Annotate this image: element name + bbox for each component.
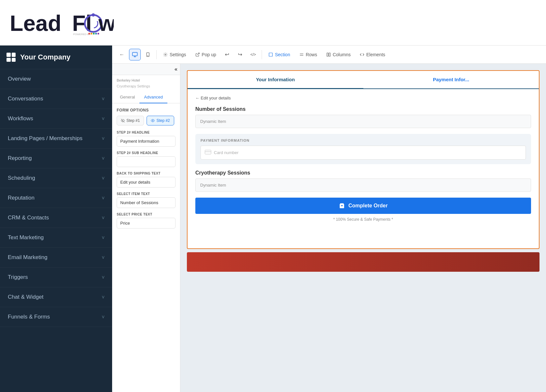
svg-point-15: [165, 54, 166, 55]
back-link[interactable]: ← Edit your details: [195, 96, 531, 100]
svg-point-21: [152, 120, 153, 121]
complete-order-label: Complete Order: [348, 203, 388, 209]
select-price-text-input[interactable]: [117, 218, 176, 229]
svg-rect-8: [91, 33, 92, 34]
select-price-text-label: SELECT PRICE TEXT: [117, 213, 176, 216]
sidebar-item-scheduling[interactable]: Scheduling V: [0, 168, 112, 188]
select-item-text-label: SELECT ITEM TEXT: [117, 192, 176, 196]
chevron-icon: V: [102, 295, 104, 299]
panel-title: Berkeley Hotel: [112, 75, 180, 84]
chevron-icon: V: [102, 236, 104, 240]
elements-button[interactable]: Elements: [356, 50, 389, 59]
sidebar-item-text-marketing[interactable]: Text Marketing V: [0, 228, 112, 248]
sidebar-item-label: Landing Pages / Memberships: [8, 135, 83, 142]
sidebar: Your Company Overview Conversations V Wo…: [0, 46, 112, 392]
step-buttons: Step #1 Step #2: [117, 116, 176, 125]
payment-info-tab-label: Payment Infor...: [433, 77, 469, 82]
sidebar-item-funnels[interactable]: Funnels & Forms V: [0, 307, 112, 327]
logo-area: Lead Fl w POWERED BY: [10, 10, 114, 36]
sidebar-item-label: CRM & Contacts: [8, 215, 49, 221]
card-number-placeholder: Card number: [214, 150, 239, 155]
form-preview: Your Information Payment Infor... ← Edit…: [187, 70, 540, 249]
payment-info-label: PAYMENT INFORMATION: [201, 138, 526, 142]
credit-card-icon: [205, 149, 211, 156]
svg-rect-9: [93, 33, 95, 34]
popup-button[interactable]: Pop up: [191, 50, 220, 59]
content-area: ← Settings Pop up ↩ ↪ </> Section: [112, 46, 546, 392]
bottom-image-strip: [187, 252, 540, 272]
sidebar-item-workflows[interactable]: Workflows V: [0, 109, 112, 129]
sidebar-item-triggers[interactable]: Triggers V: [0, 268, 112, 287]
popup-label: Pop up: [202, 52, 216, 57]
chevron-icon: V: [102, 97, 104, 101]
rows-label: Rows: [306, 52, 317, 57]
cryotherapy-sessions-heading: Cryotherapy Sessions: [195, 170, 531, 176]
svg-text:Lead: Lead: [10, 11, 61, 35]
back-button[interactable]: ←: [116, 49, 128, 60]
card-input-row[interactable]: Card number: [201, 146, 526, 160]
sidebar-item-reputation[interactable]: Reputation V: [0, 188, 112, 208]
svg-text:w: w: [98, 11, 114, 35]
left-panel: « Berkeley Hotel Cryotherapy Settings Ge…: [112, 64, 180, 392]
sidebar-item-email-marketing[interactable]: Email Marketing V: [0, 248, 112, 268]
collapse-icon: «: [175, 66, 177, 72]
sidebar-item-overview[interactable]: Overview: [0, 69, 112, 89]
mobile-view-button[interactable]: [142, 49, 154, 60]
back-to-shipping-input[interactable]: [117, 177, 176, 188]
sidebar-item-chat-widget[interactable]: Chat & Widget V: [0, 287, 112, 307]
chevron-icon: V: [102, 275, 104, 279]
chevron-icon: V: [102, 176, 104, 180]
sidebar-item-label: Text Marketing: [8, 234, 44, 241]
step2-headline-input[interactable]: [117, 136, 176, 147]
svg-rect-7: [88, 33, 90, 34]
sidebar-item-conversations[interactable]: Conversations V: [0, 89, 112, 109]
sidebar-item-label: Overview: [8, 76, 31, 82]
step2-subheadline-input[interactable]: [117, 156, 176, 167]
svg-text:Fl: Fl: [72, 11, 92, 35]
step2-subheadline-group: STEP 2# SUB HEADLINE: [117, 151, 176, 167]
step1-label: Step #1: [126, 118, 140, 123]
toolbar-separator: [156, 50, 157, 59]
svg-rect-12: [133, 52, 137, 56]
complete-order-button[interactable]: Complete Order: [195, 198, 531, 214]
form-body: ← Edit your details Number of Sessions D…: [188, 89, 539, 228]
payment-info-block: PAYMENT INFORMATION Card number: [195, 134, 531, 164]
undo-button[interactable]: ↩: [221, 49, 233, 60]
sidebar-item-landing-pages[interactable]: Landing Pages / Memberships V: [0, 129, 112, 149]
redo-button[interactable]: ↪: [234, 49, 246, 60]
svg-rect-20: [329, 53, 330, 56]
panel-subtitle: Cryotherapy Settings: [112, 84, 180, 91]
code-button[interactable]: </>: [247, 49, 259, 60]
select-price-text-group: SELECT PRICE TEXT: [117, 213, 176, 229]
columns-button[interactable]: Columns: [322, 50, 355, 59]
canvas-area: Your Information Payment Infor... ← Edit…: [180, 64, 546, 392]
sidebar-item-crm[interactable]: CRM & Contacts V: [0, 208, 112, 228]
tab-general[interactable]: General: [115, 91, 139, 103]
sidebar-item-label: Triggers: [8, 274, 28, 281]
chevron-icon: V: [102, 255, 104, 259]
sidebar-company[interactable]: Your Company: [0, 46, 112, 69]
payment-info-tab[interactable]: Payment Infor...: [363, 71, 539, 88]
sidebar-item-label: Conversations: [8, 96, 43, 102]
main-layout: Your Company Overview Conversations V Wo…: [0, 46, 546, 392]
svg-text:POWERED BY: POWERED BY: [73, 33, 91, 36]
sidebar-item-label: Funnels & Forms: [8, 314, 50, 320]
tab-advanced[interactable]: Advanced: [139, 91, 167, 103]
number-of-sessions-heading: Number of Sessions: [195, 106, 531, 112]
step2-button[interactable]: Step #2: [147, 116, 174, 125]
chevron-icon: V: [102, 137, 104, 140]
section-button[interactable]: Section: [265, 50, 294, 59]
elements-label: Elements: [366, 52, 385, 57]
svg-rect-16: [269, 53, 273, 56]
desktop-view-button[interactable]: [129, 49, 141, 60]
settings-button[interactable]: Settings: [159, 50, 190, 59]
step1-button[interactable]: Step #1: [117, 116, 144, 125]
form-options-section: Form Options Step #1 Step #2 STEP 2# HEA…: [112, 103, 180, 238]
sidebar-item-reporting[interactable]: Reporting V: [0, 149, 112, 168]
svg-rect-19: [327, 53, 328, 56]
rows-button[interactable]: Rows: [295, 50, 321, 59]
collapse-button[interactable]: «: [112, 64, 180, 75]
chevron-icon: V: [102, 156, 104, 160]
select-item-text-input[interactable]: [117, 197, 176, 208]
your-information-tab[interactable]: Your Information: [188, 71, 363, 89]
